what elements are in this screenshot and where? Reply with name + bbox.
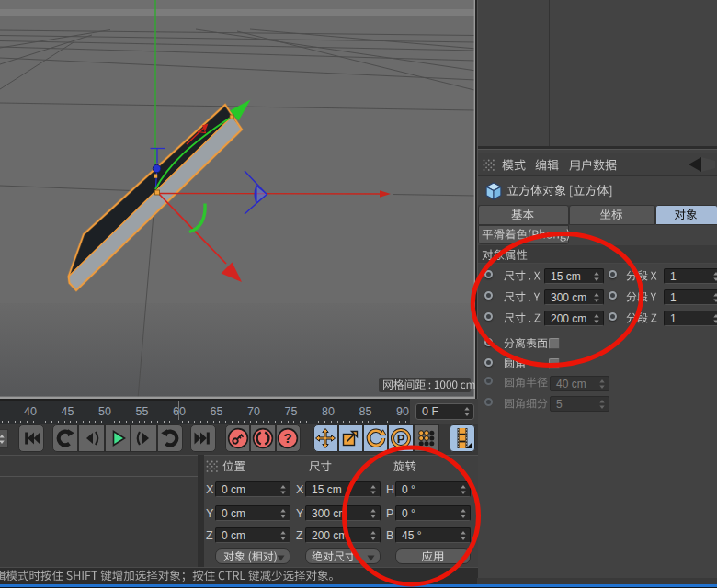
- svg-text:?: ?: [284, 430, 292, 446]
- svg-text:P: P: [397, 432, 405, 446]
